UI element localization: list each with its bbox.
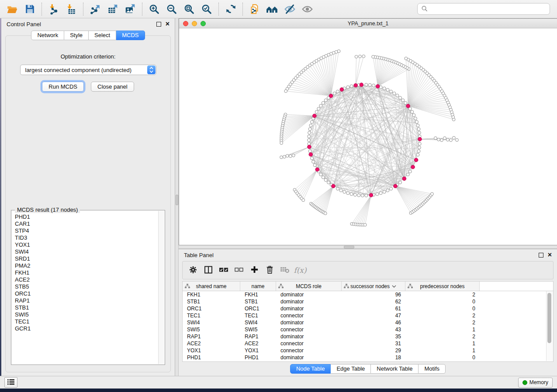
splitter-grip[interactable]: [176, 195, 178, 205]
tab-edge-table[interactable]: Edge Table: [331, 364, 371, 374]
search-input[interactable]: [430, 5, 546, 13]
import-table-button[interactable]: [62, 2, 80, 17]
deselect-all-rows-button[interactable]: [234, 265, 244, 275]
maximize-window-icon[interactable]: [201, 21, 206, 26]
show-all-button[interactable]: [298, 2, 316, 17]
clone-network-button[interactable]: [246, 2, 263, 17]
cell-shared-name: RAP1: [183, 334, 240, 340]
show-hide-columns-button[interactable]: [203, 265, 214, 275]
close-panel-icon[interactable]: ×: [548, 253, 552, 257]
refresh-view-button[interactable]: [222, 2, 239, 17]
save-session-button[interactable]: [21, 2, 38, 17]
table-row[interactable]: YOX1YOX1connector291: [183, 347, 553, 354]
table-row[interactable]: ACE2ACE2connector311: [183, 340, 553, 347]
mcds-result-item[interactable]: STB5: [15, 283, 158, 290]
mcds-result-item[interactable]: ORC1: [15, 290, 158, 297]
tab-network[interactable]: Network: [31, 31, 64, 40]
zoom-out-button[interactable]: [163, 2, 180, 17]
vertical-splitter[interactable]: [175, 18, 179, 376]
network-search-field[interactable]: [417, 3, 550, 15]
mcds-result-item[interactable]: SWI5: [15, 311, 158, 318]
zoom-selected-button[interactable]: [198, 2, 215, 17]
eye-slash-icon: [284, 3, 296, 15]
refresh-icon: [225, 3, 236, 14]
mcds-result-item[interactable]: CAR1: [15, 220, 158, 227]
close-window-icon[interactable]: [183, 21, 188, 26]
memory-button[interactable]: Memory: [518, 378, 553, 388]
splitter-grip[interactable]: [344, 246, 354, 248]
column-header-mcds-role[interactable]: MCDS role: [276, 282, 342, 291]
close-panel-button[interactable]: Close panel: [91, 82, 134, 92]
mcds-result-item[interactable]: PMA2: [15, 262, 158, 269]
network-canvas[interactable]: [179, 28, 557, 245]
mcds-result-item[interactable]: YOX1: [15, 241, 158, 248]
mcds-result-item[interactable]: RAP1: [15, 297, 158, 304]
tab-network-table[interactable]: Network Table: [371, 364, 419, 374]
mcds-result-item[interactable]: SRD1: [15, 255, 158, 262]
mcds-result-item[interactable]: PHD1: [15, 213, 158, 220]
mcds-result-item[interactable]: TEC1: [15, 318, 158, 325]
cell-predecessor-nodes: 0: [405, 354, 480, 361]
table-row[interactable]: ORC1ORC1dominator610: [183, 305, 553, 312]
import-network-button[interactable]: [45, 2, 62, 17]
mcds-result-item[interactable]: STP4: [15, 227, 158, 234]
run-mcds-button[interactable]: Run MCDS: [42, 82, 84, 92]
mcds-result-item[interactable]: ACE2: [15, 276, 158, 283]
mcds-result-item[interactable]: GCR1: [15, 325, 158, 332]
zoom-in-button[interactable]: [145, 2, 163, 17]
scrollbar-thumb[interactable]: [547, 293, 551, 343]
column-header-name[interactable]: name: [240, 282, 276, 291]
tab-select[interactable]: Select: [89, 31, 116, 40]
first-neighbors-button[interactable]: [263, 2, 281, 17]
column-header-predecessor-nodes[interactable]: predecessor nodes: [405, 282, 480, 291]
add-column-button[interactable]: [249, 265, 259, 275]
tab-motifs[interactable]: Motifs: [419, 364, 446, 374]
column-header-successor-nodes[interactable]: successor nodes: [342, 282, 405, 291]
zoom-fit-button[interactable]: [180, 2, 198, 17]
mcds-result-item[interactable]: FKH1: [15, 269, 158, 276]
main-toolbar: [0, 0, 557, 18]
hide-selected-button[interactable]: [281, 2, 298, 17]
dropdown-selected-value: largest connected component (undirected): [25, 67, 132, 73]
mcds-result-item[interactable]: STB1: [15, 304, 158, 311]
export-network-button[interactable]: [86, 2, 104, 17]
float-panel-icon[interactable]: [156, 22, 161, 27]
select-all-rows-button[interactable]: [218, 265, 229, 275]
cell-predecessor-nodes: 1: [405, 347, 480, 354]
table-row[interactable]: FKH1FKH1dominator962: [183, 291, 553, 298]
optimization-criterion-dropdown[interactable]: largest connected component (undirected): [20, 65, 156, 75]
node-table[interactable]: shared namenameMCDS rolesuccessor nodesp…: [182, 281, 554, 362]
close-panel-icon[interactable]: ×: [166, 22, 170, 26]
tab-style[interactable]: Style: [64, 31, 89, 40]
table-row[interactable]: STB1STB1dominator620: [183, 298, 553, 305]
cell-name: ACE2: [240, 340, 276, 347]
apply-function-button[interactable]: f(x): [295, 265, 305, 275]
table-row[interactable]: SWI4SWI4dominator462: [183, 319, 553, 326]
cell-successor-nodes: 96: [342, 292, 405, 298]
export-image-button[interactable]: [121, 2, 139, 17]
table-row[interactable]: PHD1PHD1dominator180: [183, 354, 553, 361]
float-panel-icon[interactable]: [539, 253, 543, 258]
mcds-result-item[interactable]: SWI4: [15, 248, 158, 255]
horizontal-splitter[interactable]: [179, 245, 557, 249]
task-history-button[interactable]: [4, 377, 17, 388]
minimize-window-icon[interactable]: [192, 21, 197, 26]
delete-columns-button[interactable]: [264, 265, 275, 275]
application-window: Control Panel × Network Style Select MCD…: [0, 0, 557, 389]
open-file-button[interactable]: [3, 2, 21, 17]
delete-table-button[interactable]: [280, 265, 290, 275]
cell-shared-name: SWI4: [183, 320, 240, 326]
table-row[interactable]: RAP1RAP1dominator352: [183, 333, 553, 340]
table-row[interactable]: TEC1TEC1connector472: [183, 312, 553, 319]
mcds-result-item[interactable]: TID3: [15, 234, 158, 241]
table-settings-button[interactable]: [188, 265, 198, 275]
column-header-shared-name[interactable]: shared name: [183, 282, 240, 291]
mcds-result-list[interactable]: PHD1CAR1STP4TID3YOX1SWI4SRD1PMA2FKH1ACE2…: [12, 211, 158, 364]
tab-node-table[interactable]: Node Table: [290, 364, 331, 374]
mcds-list-scrollbar[interactable]: [158, 211, 164, 364]
tab-mcds[interactable]: MCDS: [116, 31, 145, 40]
cell-name: TEC1: [240, 313, 276, 319]
export-table-button[interactable]: [104, 2, 121, 17]
table-scrollbar[interactable]: [546, 291, 553, 361]
table-row[interactable]: SWI5SWI5connector431: [183, 326, 553, 333]
